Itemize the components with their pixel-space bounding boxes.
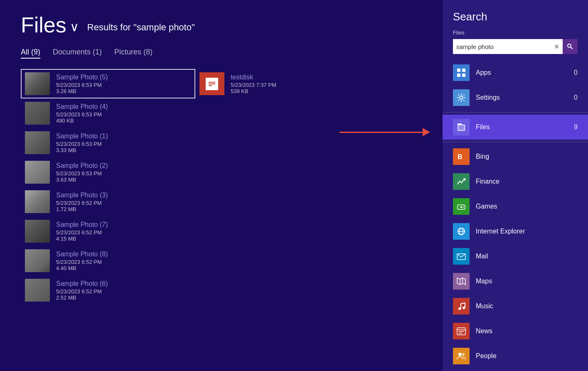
sidebar-item-music[interactable]: Music xyxy=(443,294,588,319)
sidebar-item-maps[interactable]: Maps xyxy=(443,269,588,294)
file-date: 5/23/2023 6:53 PM xyxy=(56,141,108,147)
file-size: 3.63 MB xyxy=(56,177,108,183)
search-input[interactable] xyxy=(453,43,550,50)
sidebar-item-files[interactable]: Files 9 xyxy=(443,115,588,140)
file-item[interactable]: Sample Photo (1) 5/23/2023 6:53 PM 3.33 … xyxy=(21,128,195,157)
svg-rect-7 xyxy=(462,69,465,72)
file-item[interactable]: testdisk 5/23/2023 7:37 PM 539 KB xyxy=(195,69,422,98)
file-date: 5/23/2023 6:52 PM xyxy=(56,200,108,206)
file-info: Sample Photo (1) 5/23/2023 6:53 PM 3.33 … xyxy=(56,133,108,153)
app-name: News xyxy=(476,327,578,335)
svg-line-5 xyxy=(571,47,573,49)
search-clear-button[interactable]: ✕ xyxy=(550,39,563,54)
file-size: 4.15 MB xyxy=(56,236,108,242)
arrow-line xyxy=(340,132,423,133)
file-name: Sample Photo (1) xyxy=(56,133,108,140)
file-name: Sample Photo (7) xyxy=(56,221,108,228)
sidebar-item-settings[interactable]: Settings 0 xyxy=(443,85,588,110)
search-title: Search xyxy=(453,10,578,23)
apps-icon xyxy=(453,64,470,81)
file-item[interactable]: Sample Photo (6) 5/23/2023 6:52 PM 2.52 … xyxy=(21,275,195,305)
file-info: Sample Photo (7) 5/23/2023 6:52 PM 4.15 … xyxy=(56,221,108,242)
sidebar-divider xyxy=(443,112,588,113)
filter-tab-pictures[interactable]: Pictures (8) xyxy=(114,48,153,59)
games-icon xyxy=(453,198,470,215)
svg-rect-6 xyxy=(457,69,460,72)
file-name: Sample Photo (5) xyxy=(56,74,108,81)
file-thumbnail xyxy=(25,131,50,154)
svg-point-34 xyxy=(458,353,462,356)
finance-icon xyxy=(453,173,470,190)
files-grid: Sample Photo (5) 5/23/2023 6:53 PM 3.26 … xyxy=(21,69,422,305)
bing-icon: B xyxy=(453,148,470,165)
sidebar-item-bing[interactable]: B Bing xyxy=(443,144,588,169)
settings-icon xyxy=(453,89,470,106)
file-thumbnail xyxy=(25,249,50,272)
sidebar-divider xyxy=(443,142,588,142)
app-name: Mail xyxy=(476,253,578,260)
file-date: 5/23/2023 6:53 PM xyxy=(56,170,108,177)
app-count: 0 xyxy=(574,94,578,101)
search-category-label: Files xyxy=(453,29,578,36)
search-panel: Search Files ✕ xyxy=(443,0,588,60)
svg-rect-1 xyxy=(209,82,215,83)
sidebar-item-ie[interactable]: Internet Explorer xyxy=(443,219,588,244)
testdisk-icon xyxy=(206,78,218,90)
sidebar-item-mail[interactable]: Mail xyxy=(443,244,588,269)
file-thumbnail xyxy=(25,72,50,95)
file-thumbnail xyxy=(25,279,50,302)
file-name: Sample Photo (8) xyxy=(56,251,108,258)
sidebar-item-games[interactable]: Games xyxy=(443,194,588,219)
file-item[interactable]: Sample Photo (2) 5/23/2023 6:53 PM 3.63 … xyxy=(21,157,195,187)
people-icon xyxy=(453,348,470,364)
svg-point-35 xyxy=(462,353,465,356)
svg-marker-22 xyxy=(457,278,465,285)
maps-icon xyxy=(453,273,470,290)
page-header: Files ∨ Results for "sample photo" xyxy=(21,12,422,37)
title-wrapper: Files ∨ xyxy=(21,12,79,37)
svg-point-10 xyxy=(460,96,463,99)
files-column-right: testdisk 5/23/2023 7:37 PM 539 KB xyxy=(195,69,422,305)
search-go-button[interactable] xyxy=(563,39,578,54)
file-name: Sample Photo (2) xyxy=(56,162,108,170)
app-name: Games xyxy=(476,203,578,210)
sidebar-item-finance[interactable]: Finance xyxy=(443,169,588,194)
file-info: Sample Photo (3) 5/23/2023 6:52 PM 1.72 … xyxy=(56,192,108,212)
file-size: 490 KB xyxy=(56,118,108,124)
filter-tab-documents[interactable]: Documents (1) xyxy=(53,48,102,59)
svg-text:B: B xyxy=(458,153,463,160)
file-date: 5/23/2023 6:53 PM xyxy=(56,82,108,88)
page-title: Files xyxy=(21,12,66,37)
file-size: 3.33 MB xyxy=(56,147,108,153)
ie-icon xyxy=(453,223,470,240)
app-name: Music xyxy=(476,302,578,310)
sidebar-item-people[interactable]: People xyxy=(443,344,588,369)
filter-tab-all[interactable]: All (9) xyxy=(21,48,40,59)
file-item[interactable]: Sample Photo (8) 5/23/2023 6:52 PM 4.40 … xyxy=(21,246,195,275)
search-input-wrapper: ✕ xyxy=(453,39,578,54)
app-name: Finance xyxy=(476,178,578,185)
file-name: Sample Photo (3) xyxy=(56,192,108,199)
svg-rect-3 xyxy=(209,85,212,86)
file-item[interactable]: Sample Photo (5) 5/23/2023 6:53 PM 3.26 … xyxy=(21,69,195,98)
file-thumbnail xyxy=(25,102,50,125)
file-date: 5/23/2023 6:52 PM xyxy=(56,259,108,265)
app-name: Bing xyxy=(476,153,578,160)
mail-icon xyxy=(453,248,470,265)
arrow-indicator xyxy=(340,128,430,136)
dropdown-arrow-icon[interactable]: ∨ xyxy=(70,20,79,34)
svg-rect-8 xyxy=(457,74,460,77)
svg-rect-2 xyxy=(209,84,215,84)
app-count: 9 xyxy=(574,123,578,131)
file-item[interactable]: Sample Photo (4) 5/23/2023 6:53 PM 490 K… xyxy=(21,98,195,128)
file-name: Sample Photo (4) xyxy=(56,103,108,111)
sidebar-item-apps[interactable]: Apps 0 xyxy=(443,60,588,85)
file-item[interactable]: Sample Photo (7) 5/23/2023 6:52 PM 4.15 … xyxy=(21,216,195,246)
file-size: 539 KB xyxy=(231,88,276,94)
file-item[interactable]: Sample Photo (3) 5/23/2023 6:52 PM 1.72 … xyxy=(21,187,195,216)
file-date: 5/23/2023 6:52 PM xyxy=(56,288,108,295)
file-size: 4.40 MB xyxy=(56,265,108,271)
file-thumbnail xyxy=(199,72,224,95)
app-name: Settings xyxy=(476,94,568,101)
sidebar-item-news[interactable]: News xyxy=(443,319,588,344)
